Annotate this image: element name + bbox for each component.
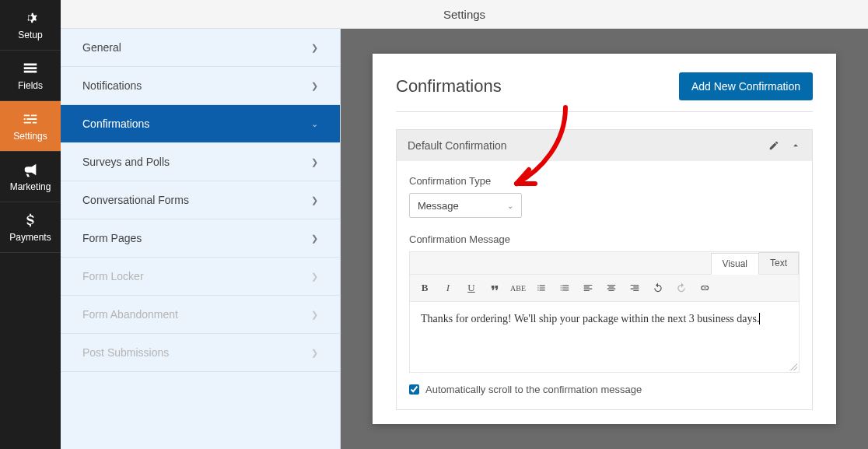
panel-title: Default Confirmation <box>408 139 507 152</box>
settings-item-form-locker[interactable]: Form Locker ❯ <box>61 258 340 296</box>
settings-item-label: Confirmations <box>82 118 149 130</box>
dollar-icon <box>22 212 39 229</box>
ul-button[interactable] <box>533 279 550 296</box>
settings-item-conversational[interactable]: Conversational Forms ❯ <box>61 181 340 219</box>
select-value: Message <box>418 200 459 212</box>
tab-visual[interactable]: Visual <box>711 253 759 275</box>
add-confirmation-button[interactable]: Add New Confirmation <box>679 72 813 100</box>
link-button[interactable] <box>696 279 713 296</box>
settings-item-label: Surveys and Polls <box>82 156 170 168</box>
collapse-icon[interactable] <box>790 140 801 151</box>
sidebar-nav: Setup Fields Settings Marketing Payments <box>0 0 61 449</box>
settings-item-form-pages[interactable]: Form Pages ❯ <box>61 219 340 258</box>
settings-item-post-submissions[interactable]: Post Submissions ❯ <box>61 334 340 372</box>
settings-item-label: Form Locker <box>82 270 144 282</box>
settings-item-label: Form Abandonment <box>82 308 178 321</box>
auto-scroll-label: Automatically scroll to the confirmation… <box>425 384 642 395</box>
panel-header[interactable]: Default Confirmation <box>397 130 812 161</box>
align-center-button[interactable] <box>603 279 620 296</box>
tab-text[interactable]: Text <box>758 252 799 274</box>
nav-item-payments[interactable]: Payments <box>0 202 61 253</box>
nav-label: Setup <box>18 30 42 40</box>
confirmation-type-label: Confirmation Type <box>409 175 800 187</box>
editor-content: Thanks for ordering! We'll ship your pac… <box>421 313 759 324</box>
chevron-right-icon: ❯ <box>311 310 318 320</box>
settings-item-label: Conversational Forms <box>82 194 189 206</box>
chevron-right-icon: ❯ <box>311 348 318 358</box>
wysiwyg-editor: Visual Text B I U ABE <box>409 251 800 373</box>
align-right-button[interactable] <box>626 279 643 296</box>
chevron-right-icon: ❯ <box>311 157 318 167</box>
chevron-right-icon: ❯ <box>311 233 318 244</box>
settings-item-confirmations[interactable]: Confirmations ⌄ <box>61 105 340 143</box>
sliders-icon <box>22 110 39 128</box>
ol-button[interactable] <box>556 279 573 296</box>
redo-button[interactable] <box>673 279 690 296</box>
auto-scroll-checkbox[interactable] <box>409 384 419 395</box>
align-left-button[interactable] <box>579 279 597 296</box>
edit-icon[interactable] <box>768 140 779 151</box>
settings-item-notifications[interactable]: Notifications ❯ <box>61 67 340 105</box>
bullhorn-icon <box>22 161 39 178</box>
content-area: Confirmations Add New Confirmation Defau… <box>341 29 868 449</box>
settings-item-label: General <box>82 41 121 54</box>
nav-label: Fields <box>18 80 43 91</box>
card-title: Confirmations <box>396 76 502 96</box>
chevron-right-icon: ❯ <box>311 195 318 205</box>
list-icon <box>22 60 39 77</box>
editor-toolbar: B I U ABE <box>410 275 799 302</box>
confirmation-type-select[interactable]: Message ⌄ <box>409 193 522 218</box>
settings-item-label: Post Submissions <box>82 346 169 359</box>
chevron-right-icon: ❯ <box>311 272 318 282</box>
nav-item-fields[interactable]: Fields <box>0 51 61 101</box>
editor-textarea[interactable]: Thanks for ordering! We'll ship your pac… <box>410 302 799 372</box>
settings-item-label: Notifications <box>82 79 142 92</box>
underline-button[interactable]: U <box>463 279 480 296</box>
settings-item-label: Form Pages <box>82 232 142 244</box>
undo-button[interactable] <box>649 279 667 296</box>
nav-label: Marketing <box>10 181 51 192</box>
auto-scroll-row[interactable]: Automatically scroll to the confirmation… <box>409 384 800 395</box>
chevron-down-icon: ⌄ <box>311 119 318 129</box>
strikethrough-button[interactable]: ABE <box>509 279 527 296</box>
confirmations-card: Confirmations Add New Confirmation Defau… <box>373 54 836 424</box>
settings-menu: General ❯ Notifications ❯ Confirmations … <box>61 29 341 449</box>
page-title: Settings <box>443 8 485 21</box>
blockquote-button[interactable] <box>486 279 503 296</box>
confirmation-panel: Default Confirmation Confirmation Type M… <box>396 129 813 410</box>
nav-item-setup[interactable]: Setup <box>0 0 61 51</box>
bold-button[interactable]: B <box>416 279 433 296</box>
topbar: Settings <box>61 0 868 29</box>
nav-label: Payments <box>9 232 51 243</box>
settings-item-general[interactable]: General ❯ <box>61 29 340 67</box>
nav-item-marketing[interactable]: Marketing <box>0 152 61 202</box>
gear-icon <box>22 9 39 26</box>
nav-item-settings[interactable]: Settings <box>0 101 61 152</box>
confirmation-message-label: Confirmation Message <box>409 233 800 245</box>
chevron-right-icon: ❯ <box>311 43 318 53</box>
italic-button[interactable]: I <box>439 279 457 296</box>
chevron-right-icon: ❯ <box>311 81 318 91</box>
nav-label: Settings <box>13 131 47 142</box>
settings-item-form-abandonment[interactable]: Form Abandonment ❯ <box>61 296 340 334</box>
settings-item-surveys[interactable]: Surveys and Polls ❯ <box>61 143 340 181</box>
chevron-down-icon: ⌄ <box>507 202 513 210</box>
